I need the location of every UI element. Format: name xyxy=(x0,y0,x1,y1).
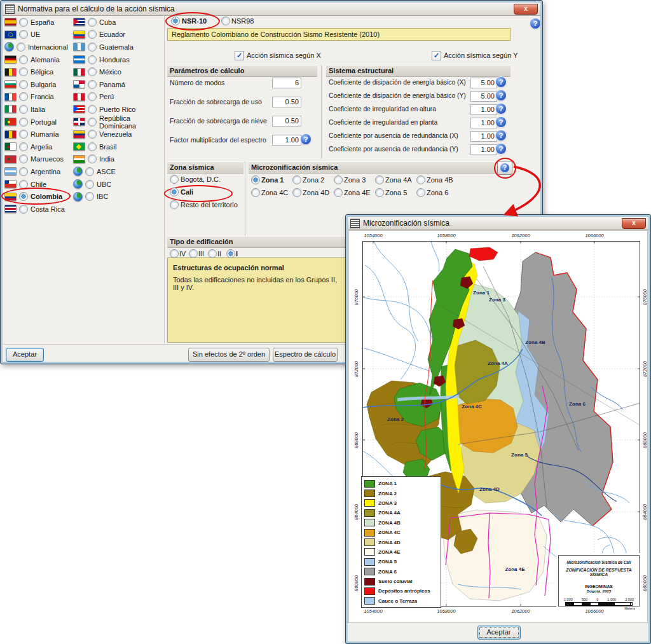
country-chile[interactable]: Chile xyxy=(4,178,72,191)
radio[interactable] xyxy=(88,118,97,127)
radio-micro-zona-4d[interactable] xyxy=(292,188,301,197)
country-peru[interactable]: Perú xyxy=(73,91,163,104)
radio[interactable] xyxy=(19,18,28,27)
country-ecuador[interactable]: Ecuador xyxy=(73,29,163,41)
radio[interactable] xyxy=(88,92,97,101)
country-mexico[interactable]: México xyxy=(73,65,163,78)
radio-micro-zona-1[interactable] xyxy=(251,175,260,184)
struct-field-coeficiente-de-irregularidad-en-altura[interactable]: 1.00 xyxy=(470,104,497,115)
accept-button[interactable]: Aceptar xyxy=(6,348,44,362)
radio-zona-bogota-d-c[interactable] xyxy=(170,175,179,184)
country-cuba[interactable]: Cuba xyxy=(73,16,163,29)
map-accept-button[interactable]: Aceptar xyxy=(477,626,521,640)
help-icon[interactable]: ? xyxy=(496,144,506,154)
radio[interactable] xyxy=(88,80,97,89)
radio-micro-zona-6[interactable] xyxy=(416,188,425,197)
param-field-numero-de-modos[interactable]: 6 xyxy=(272,78,301,88)
radio[interactable] xyxy=(88,30,97,39)
help-icon[interactable]: ? xyxy=(496,130,506,140)
help-icon[interactable]: ? xyxy=(496,104,506,114)
dialog-normativa-titlebar[interactable]: Normativa para el cálculo de la acción s… xyxy=(3,3,540,16)
radio[interactable] xyxy=(88,18,97,27)
second-order-button[interactable]: Sin efectos de 2º orden xyxy=(188,348,270,362)
country-portugal[interactable]: Portugal xyxy=(4,116,72,128)
radio-tipo-i[interactable] xyxy=(226,249,235,258)
country-argentina[interactable]: Argentina xyxy=(4,165,72,178)
checkbox-accion-x[interactable]: ✓ xyxy=(235,51,244,60)
radio[interactable] xyxy=(19,80,28,89)
param-field-factor-multiplicador-del-espectro[interactable]: 1.00 xyxy=(272,135,301,146)
radio[interactable] xyxy=(19,105,28,114)
struct-field-coeficiente-de-disipacion-de-energia-basico-x[interactable]: 5.00 xyxy=(470,78,497,88)
radio[interactable] xyxy=(19,92,28,101)
country-panama[interactable]: Panamá xyxy=(73,78,163,91)
country-bulgaria[interactable]: Bulgaria xyxy=(4,78,72,91)
struct-field-coeficiente-de-disipacion-de-energia-basico-y[interactable]: 5.00 xyxy=(470,91,497,102)
close-icon[interactable]: x xyxy=(514,4,538,15)
country-internacional[interactable]: Internacional xyxy=(4,41,72,53)
country-guatemala[interactable]: Guatemala xyxy=(73,41,163,53)
help-icon[interactable]: ? xyxy=(496,90,506,100)
radio-zona-cali[interactable] xyxy=(170,188,179,196)
country-rumania[interactable]: Rumanía xyxy=(4,128,72,140)
radio[interactable] xyxy=(19,154,28,163)
country-alemania[interactable]: Alemania xyxy=(4,53,72,66)
close-icon[interactable]: x xyxy=(622,218,646,229)
radio[interactable] xyxy=(19,192,28,201)
radio-tipo-iii[interactable] xyxy=(189,249,198,258)
radio[interactable] xyxy=(85,180,94,189)
country-colombia[interactable]: Colombia xyxy=(4,190,72,203)
radio-tipo-iv[interactable] xyxy=(170,249,179,258)
struct-field-coeficiente-de-irregularidad-en-planta[interactable]: 1.00 xyxy=(470,118,497,128)
country-honduras[interactable]: Honduras xyxy=(73,53,163,66)
country-ue[interactable]: UE xyxy=(4,29,72,41)
radio[interactable] xyxy=(19,67,28,76)
radio-micro-zona-5[interactable] xyxy=(375,188,384,197)
country-argelia[interactable]: Argelia xyxy=(4,140,72,153)
radio-tipo-ii[interactable] xyxy=(208,249,217,258)
country-espana[interactable]: España xyxy=(4,16,72,29)
country-ubc[interactable]: UBC xyxy=(73,178,163,191)
dialog-microzonificacion-titlebar[interactable]: Microzonificación sísmica x xyxy=(348,217,648,230)
radio[interactable] xyxy=(19,130,28,139)
radio[interactable] xyxy=(88,105,97,114)
checkbox-accion-y[interactable]: ✓ xyxy=(432,51,441,60)
radio[interactable] xyxy=(85,167,94,176)
radio[interactable] xyxy=(88,142,97,151)
help-icon[interactable]: ? xyxy=(496,117,506,127)
radio-micro-zona-4b[interactable] xyxy=(416,175,425,184)
radio-micro-zona-4e[interactable] xyxy=(334,188,343,197)
help-icon[interactable]: ? xyxy=(496,77,506,87)
country-asce[interactable]: ASCE xyxy=(73,165,163,178)
spectrum-button[interactable]: Espectro de cálculo xyxy=(273,348,338,362)
radio[interactable] xyxy=(17,43,25,51)
radio[interactable] xyxy=(19,55,28,64)
country-ibc[interactable]: IBC xyxy=(73,190,163,203)
radio[interactable] xyxy=(19,142,28,151)
country-italia[interactable]: Italia xyxy=(4,103,72,116)
radio-micro-zona-3[interactable] xyxy=(334,175,343,184)
country-india[interactable]: India xyxy=(73,153,163,166)
country-marruecos[interactable]: Marruecos xyxy=(4,153,72,166)
radio-micro-zona-4a[interactable] xyxy=(375,175,384,184)
help-icon[interactable]: ? xyxy=(530,18,540,29)
radio-micro-zona-4c[interactable] xyxy=(251,188,260,197)
struct-field-coeficiente-por-ausencia-de-redundancia-y[interactable]: 1.00 xyxy=(470,144,497,155)
radio[interactable] xyxy=(19,118,28,127)
radio[interactable] xyxy=(19,205,28,214)
param-field-fraccion-de-sobrecarga-de-nieve[interactable]: 0.50 xyxy=(272,116,301,127)
radio[interactable] xyxy=(19,180,28,189)
radio[interactable] xyxy=(88,130,97,139)
microzonation-help-button[interactable]: ? xyxy=(497,161,512,175)
radio[interactable] xyxy=(88,43,97,51)
radio[interactable] xyxy=(19,167,28,176)
country-brasil[interactable]: Brasil xyxy=(73,140,163,153)
radio[interactable] xyxy=(88,67,97,76)
country-belgica[interactable]: Bélgica xyxy=(4,65,72,78)
radio-nsr98[interactable] xyxy=(221,17,230,25)
radio[interactable] xyxy=(88,55,97,64)
country-costa-rica[interactable]: Costa Rica xyxy=(4,203,72,216)
param-field-fraccion-de-sobrecarga-de-uso[interactable]: 0.50 xyxy=(272,97,301,107)
radio[interactable] xyxy=(88,154,97,163)
radio[interactable] xyxy=(85,192,94,201)
